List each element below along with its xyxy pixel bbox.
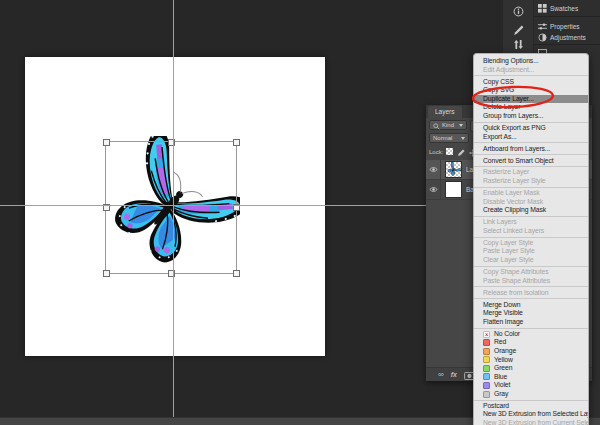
menu-item-artboard-from-layers[interactable]: Artboard from Layers... (474, 145, 588, 154)
transform-handle-bottom-left[interactable] (103, 270, 110, 277)
menu-item-label: Orange (494, 347, 516, 356)
menu-item-label: Clear Layer Style (483, 256, 533, 265)
transform-handle-top-left[interactable] (103, 139, 110, 146)
menu-item-label: Enable Layer Mask (483, 189, 539, 198)
lock-label: Lock: (429, 149, 443, 155)
menu-item-green[interactable]: Green (474, 364, 588, 373)
swap-arrows-panel-icon[interactable] (511, 38, 526, 50)
menu-item-label: Paste Shape Attributes (483, 277, 550, 286)
color-swatch (483, 365, 490, 372)
menu-item-label: Group from Layers... (483, 112, 543, 121)
menu-item-export-as[interactable]: Export As... (474, 133, 588, 142)
filter-kind-label: Kind (442, 122, 454, 128)
menu-item-label: Violet (494, 381, 510, 390)
menu-item-no-color[interactable]: No Color (474, 330, 588, 339)
menu-item-select-linked-layers: Select Linked Layers (474, 227, 588, 236)
layer-thumbnail[interactable] (445, 161, 462, 178)
color-swatch (483, 331, 490, 338)
menu-item-rasterize-layer: Rasterize Layer (474, 168, 588, 177)
menu-item-label: Quick Export as PNG (483, 124, 546, 133)
color-swatch (483, 339, 490, 346)
menu-item-label: Blue (494, 373, 507, 382)
menu-item-blending-options[interactable]: Blending Options... (474, 57, 588, 66)
menu-item-label: Create Clipping Mask (483, 206, 546, 215)
menu-item-label: Artboard from Layers... (483, 145, 550, 154)
menu-item-label: Blending Options... (483, 57, 539, 66)
color-swatch (483, 356, 490, 363)
menu-item-merge-visible[interactable]: Merge Visible (474, 309, 588, 318)
menu-item-violet[interactable]: Violet (474, 381, 588, 390)
menu-item-edit-adjustment: Edit Adjustment... (474, 66, 588, 75)
menu-item-label: Link Layers (483, 218, 517, 227)
layer-thumbnail[interactable] (445, 181, 462, 198)
menu-item-label: Edit Adjustment... (483, 66, 534, 75)
menu-item-label: Rasterize Layer (483, 168, 529, 177)
panel-tab-label: Properties (550, 23, 580, 30)
menu-item-copy-shape-attributes: Copy Shape Attributes (474, 268, 588, 277)
menu-item-label: Select Linked Layers (483, 227, 544, 236)
menu-item-label: New 3D Extrusion from Current Selection (483, 419, 588, 425)
color-swatch (483, 391, 490, 398)
visibility-toggle[interactable] (426, 180, 441, 199)
color-swatch (483, 382, 490, 389)
panel-tab-adjustments[interactable]: Adjustments (534, 31, 600, 43)
menu-item-label: Rasterize Layer Style (483, 177, 546, 186)
transform-handle-top-right[interactable] (233, 139, 240, 146)
menu-item-label: Red (494, 338, 506, 347)
menu-item-paste-shape-attributes: Paste Shape Attributes (474, 277, 588, 286)
menu-item-label: Copy Shape Attributes (483, 268, 549, 277)
menu-item-yellow[interactable]: Yellow (474, 356, 588, 365)
menu-item-red[interactable]: Red (474, 338, 588, 347)
blend-mode-value: Normal (433, 135, 452, 141)
menu-item-group-from-layers[interactable]: Group from Layers... (474, 112, 588, 121)
menu-item-label: Paste Layer Style (483, 247, 535, 256)
color-swatch (483, 348, 490, 355)
color-swatch (483, 373, 490, 380)
menu-item-convert-to-smart-object[interactable]: Convert to Smart Object (474, 157, 588, 166)
visibility-toggle[interactable] (426, 160, 441, 179)
chevron-down-icon (459, 124, 463, 127)
panel-tab-swatches[interactable]: Swatches (534, 2, 600, 14)
layer-filter-dropdown[interactable]: Kind (429, 120, 467, 130)
lock-pixels-brush-icon[interactable] (457, 143, 465, 161)
menu-item-quick-export-as-png[interactable]: Quick Export as PNG (474, 124, 588, 133)
blend-mode-dropdown[interactable]: Normal (429, 133, 469, 143)
chevron-down-icon (461, 137, 465, 140)
menu-item-label: Gray (494, 390, 508, 399)
panel-tab-label: Swatches (550, 5, 578, 12)
menu-item-label: Merge Down (483, 301, 521, 310)
vertical-guide[interactable] (173, 0, 174, 417)
menu-item-label: Export As... (483, 133, 517, 142)
info-panel-icon[interactable] (511, 5, 526, 17)
menu-item-label: Yellow (494, 356, 513, 365)
menu-item-copy-layer-style: Copy Layer Style (474, 239, 588, 248)
link-layers-icon[interactable]: ∞ (438, 368, 444, 382)
menu-item-paste-layer-style: Paste Layer Style (474, 247, 588, 256)
menu-item-label: Flatten Image (483, 318, 523, 327)
menu-item-merge-down[interactable]: Merge Down (474, 301, 588, 310)
red-circle-annotation (470, 84, 558, 110)
menu-item-label: Disable Vector Mask (483, 198, 543, 207)
transform-handle-bottom-right[interactable] (233, 270, 240, 277)
menu-item-new-3d-extrusion-from-current-selection: New 3D Extrusion from Current Selection (474, 419, 588, 425)
menu-item-gray[interactable]: Gray (474, 390, 588, 399)
menu-item-postcard[interactable]: Postcard (474, 402, 588, 411)
menu-item-label: Copy Layer Style (483, 239, 533, 248)
menu-item-clear-layer-style: Clear Layer Style (474, 256, 588, 265)
menu-item-create-clipping-mask[interactable]: Create Clipping Mask (474, 206, 588, 215)
menu-item-flatten-image[interactable]: Flatten Image (474, 318, 588, 327)
menu-item-label: Convert to Smart Object (483, 157, 554, 166)
menu-item-blue[interactable]: Blue (474, 373, 588, 382)
menu-item-label: Release from Isolation (483, 289, 548, 298)
transform-bounding-box[interactable] (105, 141, 237, 274)
menu-item-enable-layer-mask: Enable Layer Mask (474, 189, 588, 198)
swatches-icon (538, 0, 547, 17)
menu-item-orange[interactable]: Orange (474, 347, 588, 356)
menu-item-link-layers: Link Layers (474, 218, 588, 227)
menu-item-new-3d-extrusion-from-selected-layer[interactable]: New 3D Extrusion from Selected Layer (474, 410, 588, 419)
brush-panel-icon[interactable] (511, 24, 526, 36)
menu-item-label: New 3D Extrusion from Selected Layer (483, 410, 588, 419)
horizontal-guide[interactable] (0, 205, 426, 206)
lock-transparency-icon[interactable] (446, 148, 453, 155)
layer-style-fx-icon[interactable]: fx (451, 368, 457, 382)
